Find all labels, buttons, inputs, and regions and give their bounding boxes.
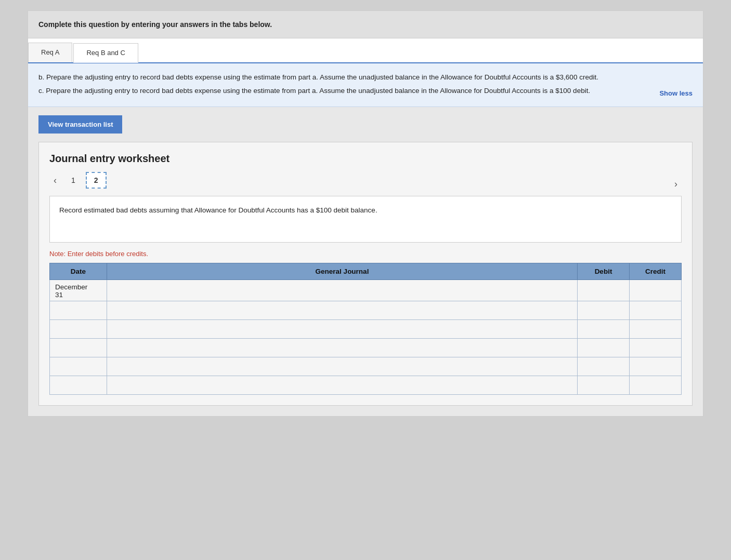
prev-arrow[interactable]: ‹ bbox=[49, 173, 61, 188]
general-journal-cell-1[interactable] bbox=[107, 280, 578, 301]
tabs-area: Req A Req B and C bbox=[28, 38, 703, 63]
col-header-general-journal: General Journal bbox=[107, 263, 578, 280]
general-journal-input-4[interactable] bbox=[107, 339, 577, 357]
general-journal-cell-5[interactable] bbox=[107, 357, 578, 376]
description-box: Record estimated bad debts assuming that… bbox=[49, 196, 682, 243]
credit-cell-6[interactable] bbox=[630, 376, 682, 395]
debit-input-1[interactable] bbox=[578, 280, 629, 301]
description-text: Record estimated bad debts assuming that… bbox=[59, 206, 377, 214]
general-journal-cell-4[interactable] bbox=[107, 339, 578, 357]
part-c-text: c. Prepare the adjusting entry to record… bbox=[38, 85, 693, 97]
content-area: b. Prepare the adjusting entry to record… bbox=[28, 63, 703, 107]
date-cell-2 bbox=[50, 301, 107, 320]
credit-input-4[interactable] bbox=[630, 339, 681, 357]
debit-input-3[interactable] bbox=[578, 320, 629, 338]
credit-cell-4[interactable] bbox=[630, 339, 682, 357]
credit-cell-3[interactable] bbox=[630, 320, 682, 339]
date-cell-1: December31 bbox=[50, 280, 107, 301]
tab-nav: ‹ 1 2 bbox=[49, 172, 107, 189]
credit-cell-2[interactable] bbox=[630, 301, 682, 320]
date-cell-3 bbox=[50, 320, 107, 339]
credit-cell-1[interactable] bbox=[630, 280, 682, 301]
col-header-date: Date bbox=[50, 263, 107, 280]
journal-table: Date General Journal Debit Credit Decemb… bbox=[49, 263, 682, 395]
note-text: Note: Enter debits before credits. bbox=[49, 250, 682, 258]
col-header-credit: Credit bbox=[630, 263, 682, 280]
instruction-text: Complete this question by entering your … bbox=[38, 20, 272, 29]
general-journal-input-6[interactable] bbox=[107, 376, 577, 394]
debit-input-5[interactable] bbox=[578, 357, 629, 376]
tab-num-2[interactable]: 2 bbox=[86, 172, 107, 189]
view-transaction-button[interactable]: View transaction list bbox=[38, 115, 122, 134]
show-less-link[interactable]: Show less bbox=[659, 88, 693, 99]
instruction-bar: Complete this question by entering your … bbox=[28, 11, 703, 38]
debit-input-4[interactable] bbox=[578, 339, 629, 357]
credit-input-1[interactable] bbox=[630, 280, 681, 301]
journal-title: Journal entry worksheet bbox=[49, 153, 682, 165]
credit-input-3[interactable] bbox=[630, 320, 681, 338]
debit-cell-5[interactable] bbox=[578, 357, 630, 376]
tab-num-1[interactable]: 1 bbox=[64, 173, 83, 188]
main-container: Complete this question by entering your … bbox=[28, 10, 703, 417]
general-journal-input-3[interactable] bbox=[107, 320, 577, 338]
debit-cell-3[interactable] bbox=[578, 320, 630, 339]
general-journal-input-1[interactable] bbox=[107, 280, 577, 301]
debit-cell-4[interactable] bbox=[578, 339, 630, 357]
table-row bbox=[50, 357, 682, 376]
tab-req-b-and-c[interactable]: Req B and C bbox=[73, 43, 138, 63]
debit-cell-2[interactable] bbox=[578, 301, 630, 320]
table-row bbox=[50, 376, 682, 395]
credit-cell-5[interactable] bbox=[630, 357, 682, 376]
general-journal-cell-3[interactable] bbox=[107, 320, 578, 339]
general-journal-input-2[interactable] bbox=[107, 301, 577, 319]
date-cell-4 bbox=[50, 339, 107, 357]
table-row: December31 bbox=[50, 280, 682, 301]
debit-input-2[interactable] bbox=[578, 301, 629, 319]
general-journal-cell-2[interactable] bbox=[107, 301, 578, 320]
table-row bbox=[50, 320, 682, 339]
credit-input-5[interactable] bbox=[630, 357, 681, 376]
journal-worksheet: Journal entry worksheet ‹ 1 2 › Record e… bbox=[38, 142, 693, 406]
tab-req-a[interactable]: Req A bbox=[28, 43, 72, 62]
general-journal-input-5[interactable] bbox=[107, 357, 577, 376]
date-cell-6 bbox=[50, 376, 107, 395]
table-row bbox=[50, 301, 682, 320]
debit-cell-1[interactable] bbox=[578, 280, 630, 301]
part-b-text: b. Prepare the adjusting entry to record… bbox=[38, 72, 693, 83]
date-cell-5 bbox=[50, 357, 107, 376]
debit-cell-6[interactable] bbox=[578, 376, 630, 395]
col-header-debit: Debit bbox=[578, 263, 630, 280]
general-journal-cell-6[interactable] bbox=[107, 376, 578, 395]
tab-nav-container: ‹ 1 2 › bbox=[49, 172, 682, 196]
next-arrow[interactable]: › bbox=[670, 177, 682, 192]
credit-input-2[interactable] bbox=[630, 301, 681, 319]
debit-input-6[interactable] bbox=[578, 376, 629, 394]
credit-input-6[interactable] bbox=[630, 376, 681, 394]
table-row bbox=[50, 339, 682, 357]
